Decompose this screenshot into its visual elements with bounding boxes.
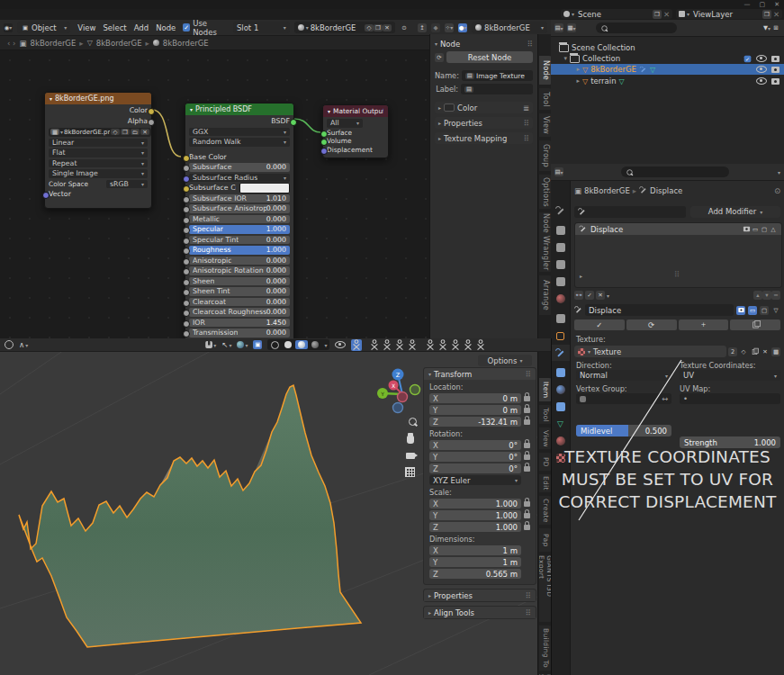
addon-toggle-icon[interactable] bbox=[425, 339, 436, 351]
extras-caret-icon[interactable]: ▾ bbox=[607, 292, 609, 299]
minimize-button[interactable]: — bbox=[740, 0, 755, 9]
open-image-icon[interactable]: 🗀 bbox=[131, 129, 140, 135]
editor-type-icon[interactable]: ◉▾ bbox=[4, 23, 13, 32]
dropdown-ggx[interactable]: GGX▾ bbox=[189, 128, 290, 137]
direction-dropdown[interactable]: Normal▾ bbox=[576, 370, 671, 381]
gizmo-toggle-icon[interactable]: ▣ bbox=[253, 340, 262, 349]
sidebar-tab-tool[interactable]: Tool bbox=[539, 88, 552, 110]
material-selector[interactable]: ▾ 8kBorderGE ◇ ❐ ✕ bbox=[294, 22, 395, 33]
input-socket[interactable] bbox=[183, 248, 190, 255]
breadcrumb-material[interactable]: 8kBorderGE bbox=[163, 39, 209, 48]
texture-selector[interactable]: ▾ Texture bbox=[574, 346, 726, 357]
viewport-tab-building-to[interactable]: Building To bbox=[539, 626, 552, 670]
overlays-eye-icon[interactable] bbox=[335, 341, 346, 348]
sidebar-tab-node-wrangler[interactable]: Node Wrangler bbox=[539, 212, 552, 272]
dropdown-single-image[interactable]: Single Image▾ bbox=[49, 169, 148, 178]
node-label-field[interactable]: ▤ bbox=[461, 84, 533, 94]
menu-node[interactable]: Node bbox=[153, 23, 178, 32]
input-socket[interactable] bbox=[183, 289, 190, 296]
output-target-dropdown[interactable]: All▾ bbox=[327, 119, 363, 128]
modifier-panel-header[interactable]: Displace ▭ ▢ △ bbox=[575, 223, 781, 235]
rotation-mode-dropdown[interactable]: XYZ Euler▾ bbox=[429, 475, 521, 485]
sidebar-tab-node[interactable]: Node bbox=[539, 56, 552, 85]
rotation-y-field[interactable]: Y0° bbox=[429, 452, 530, 462]
expand-icon[interactable]: ▸ bbox=[580, 273, 582, 279]
output-node-header[interactable]: ▾Material Output bbox=[323, 105, 388, 117]
viewlayer-selector[interactable]: ▾ ViewLayer ❐ ✕ bbox=[676, 9, 782, 19]
viewport-tab-edit[interactable]: Edit bbox=[539, 474, 552, 492]
delete-all-icon[interactable]: ✕ bbox=[596, 291, 605, 300]
disable-render-icon[interactable] bbox=[771, 78, 779, 85]
duplicate-button[interactable]: ＋ bbox=[679, 320, 729, 330]
displacement-socket[interactable] bbox=[320, 148, 328, 155]
bsdf-input-base-color[interactable]: Base Color bbox=[189, 153, 290, 162]
input-socket[interactable] bbox=[183, 279, 190, 286]
add-modifier-dropdown[interactable]: Add Modifier▾ bbox=[690, 206, 780, 218]
addon-toggle-icon[interactable] bbox=[450, 339, 461, 351]
hide-viewport-icon[interactable] bbox=[756, 77, 767, 85]
addon-toggle-icon[interactable] bbox=[437, 339, 448, 351]
bsdf-input-clearcoat-roughness[interactable]: Clearcoat Roughness0.000 bbox=[189, 308, 290, 317]
location-x-field[interactable]: X0 m bbox=[429, 393, 530, 403]
users-count-badge[interactable]: 2 bbox=[728, 347, 737, 356]
viewport-tab-pap[interactable]: Pap bbox=[539, 528, 552, 552]
new-image-icon[interactable]: ❐ bbox=[121, 129, 130, 135]
bsdf-input-transmission[interactable]: Transmission0.000 bbox=[189, 328, 290, 338]
outliner-search-input[interactable] bbox=[596, 22, 677, 33]
perspective-toggle-button[interactable] bbox=[402, 464, 417, 479]
bsdf-input-roughness[interactable]: Roughness1.000 bbox=[189, 246, 290, 255]
alpha-socket[interactable] bbox=[148, 119, 155, 126]
location-y-field[interactable]: Y0 m bbox=[429, 405, 530, 415]
color-space-dropdown[interactable]: sRGB▾ bbox=[106, 180, 148, 189]
input-socket[interactable] bbox=[183, 227, 190, 234]
align-tools-panel[interactable]: ▸Align Tools⠿ bbox=[423, 606, 536, 619]
axis-x-neg-ball[interactable] bbox=[398, 392, 408, 402]
cage-toggle-icon[interactable]: △ bbox=[769, 225, 778, 234]
input-socket[interactable] bbox=[183, 300, 190, 307]
color-subpanel[interactable]: ▸ Color ≣ bbox=[435, 102, 533, 113]
exclude-checkbox[interactable]: ✓ bbox=[744, 55, 752, 62]
texcoord-dropdown[interactable]: UV▾ bbox=[680, 370, 780, 381]
color-checkbox[interactable] bbox=[444, 104, 455, 112]
image-texture-node[interactable]: ▾8kBorderGE.png ColorAlpha ▦ ▾ 8kBorderG… bbox=[44, 92, 152, 209]
fake-user-icon[interactable]: ◇ bbox=[365, 24, 374, 32]
lock-icon[interactable] bbox=[524, 466, 530, 472]
viewport-tab-pd[interactable]: PD bbox=[539, 453, 552, 471]
new-viewlayer-icon[interactable]: ❐ bbox=[762, 10, 771, 19]
lock-icon[interactable] bbox=[524, 419, 530, 425]
properties-tab-collection[interactable] bbox=[551, 310, 570, 327]
bsdf-input-anisotropic-rotation[interactable]: Anisotropic Rotation0.000 bbox=[189, 266, 290, 275]
breadcrumb-modifier[interactable]: Displace bbox=[650, 186, 682, 195]
properties-tab-physics[interactable] bbox=[551, 382, 570, 398]
rendered-shading-icon[interactable] bbox=[309, 340, 321, 349]
falloff-dropdown[interactable]: ∧▾ bbox=[19, 340, 28, 349]
lock-icon[interactable] bbox=[524, 454, 530, 460]
parent-node-tree-icon[interactable]: ↥ bbox=[418, 23, 427, 32]
breadcrumb-object[interactable]: 8kBorderGE bbox=[31, 39, 77, 48]
lock-icon[interactable] bbox=[524, 513, 530, 518]
bsdf-input-subsurface-radius[interactable]: Subsurface Radius▾ bbox=[189, 174, 290, 183]
viewport-toggle-icon[interactable]: ▭ bbox=[751, 225, 760, 234]
render-toggle-icon[interactable] bbox=[743, 227, 750, 232]
unlink-texture-icon[interactable]: ✕ bbox=[761, 347, 770, 356]
filter-id-icon[interactable]: ▦▾ bbox=[567, 23, 576, 32]
bsdf-input-specular[interactable]: Specular1.000 bbox=[189, 225, 290, 234]
midlevel-slider[interactable]: Midlevel 0.500 bbox=[576, 425, 671, 436]
unlink-image-icon[interactable]: ✕ bbox=[140, 129, 149, 135]
dropdown-repeat[interactable]: Repeat▾ bbox=[49, 159, 148, 168]
proportional-dropdown[interactable]: ↖▾ bbox=[221, 340, 231, 349]
bsdf-input-ior[interactable]: IOR1.450 bbox=[189, 319, 290, 328]
solid-shading-icon[interactable] bbox=[282, 340, 294, 349]
bsdf-output-socket[interactable] bbox=[290, 119, 297, 126]
snap-dropdown[interactable]: ▾ bbox=[205, 341, 216, 348]
properties-tab-object-data[interactable]: ▽ bbox=[551, 416, 570, 432]
addon-toggle-icon[interactable] bbox=[475, 339, 486, 351]
bsdf-input-sheen[interactable]: Sheen0.000 bbox=[189, 277, 290, 286]
rotation-z-field[interactable]: Z0° bbox=[429, 464, 530, 473]
editor-type-icon[interactable]: ▤▾ bbox=[554, 167, 563, 176]
apply-button[interactable]: ✓ bbox=[574, 320, 625, 330]
properties-tab-tool[interactable] bbox=[551, 202, 570, 219]
disable-render-icon[interactable] bbox=[771, 67, 779, 73]
dimensions-y-field[interactable]: Y1 m bbox=[429, 557, 530, 567]
properties-tab-world[interactable] bbox=[551, 291, 570, 307]
